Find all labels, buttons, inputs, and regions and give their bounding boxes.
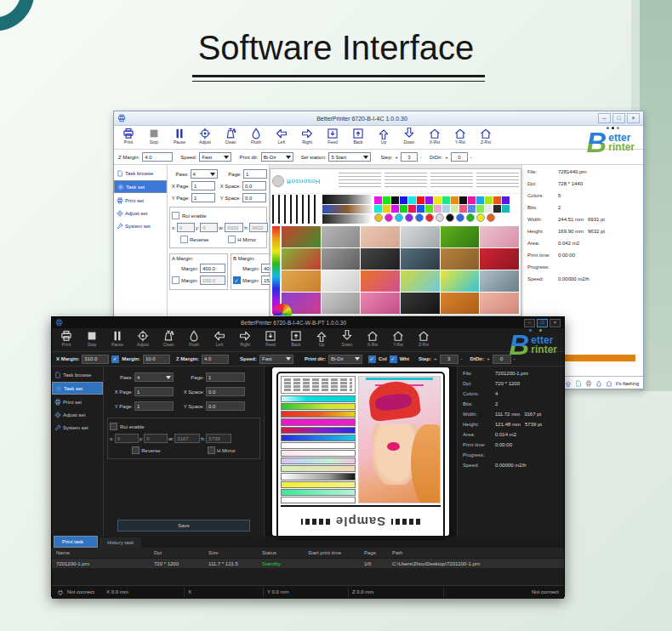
reverse-checkbox[interactable]: [132, 446, 140, 454]
maximize-button[interactable]: □: [612, 113, 625, 123]
toolbar-flush-button[interactable]: Flush: [243, 126, 269, 149]
toolbar-feed-button[interactable]: Feed: [258, 328, 283, 351]
toolbar-stop-button[interactable]: Stop: [141, 126, 167, 149]
print-dir-select[interactable]: Bi-Dir: [261, 152, 293, 162]
y-page-input[interactable]: 1: [191, 193, 215, 202]
a-margin1-input[interactable]: 400.0: [200, 264, 225, 273]
dtdir-input[interactable]: 0: [451, 152, 468, 162]
roi-w-input[interactable]: 3167: [174, 434, 200, 443]
sidebar-item-adjust-set[interactable]: Adjust set: [114, 207, 167, 219]
margin-checkbox[interactable]: [111, 355, 119, 363]
dtdir-plus-button[interactable]: +: [487, 356, 490, 361]
roi-h-input[interactable]: 5739: [206, 434, 231, 443]
toolbar-yrst-button[interactable]: Y-Rst: [385, 328, 411, 351]
minimize-button[interactable]: –: [524, 319, 535, 327]
z-margin-input[interactable]: 4.0: [142, 152, 173, 162]
step-plus-button[interactable]: +: [395, 155, 398, 160]
sidebar-item-task-browse[interactable]: Task browse: [114, 168, 167, 179]
speed-select[interactable]: Fast: [259, 355, 293, 364]
step-minus-button[interactable]: -: [461, 356, 463, 361]
h-mirror-checkbox[interactable]: [208, 446, 215, 454]
y-space-input[interactable]: 0.0: [242, 193, 266, 202]
minimize-button[interactable]: –: [598, 113, 611, 123]
toolbar-left-button[interactable]: Left: [207, 328, 232, 351]
toolbar-clean-button[interactable]: Clean: [218, 126, 243, 149]
a-margin2-checkbox[interactable]: [172, 276, 179, 284]
dtdir-plus-button[interactable]: +: [445, 155, 448, 160]
toolbar-stop-button[interactable]: Stop: [79, 328, 105, 351]
page-input[interactable]: 1: [206, 372, 245, 382]
x-page-input[interactable]: 1: [191, 181, 215, 190]
toolbar-back-button[interactable]: Back: [283, 328, 309, 351]
toolbar-zrst-button[interactable]: Z-Rst: [411, 328, 436, 351]
wht-checkbox[interactable]: [390, 355, 397, 363]
toolbar-left-button[interactable]: Left: [269, 126, 294, 149]
a-margin2-input[interactable]: 150.0: [200, 276, 225, 285]
roi-y-input[interactable]: 0: [200, 223, 218, 232]
toolbar-zrst-button[interactable]: Z-Rst: [473, 126, 498, 149]
step-minus-button[interactable]: -: [420, 155, 422, 160]
toolbar-back-button[interactable]: Back: [345, 126, 371, 149]
page-input[interactable]: 1: [243, 169, 267, 179]
toolbar-pause-button[interactable]: Pause: [105, 328, 130, 351]
close-button[interactable]: ×: [627, 113, 640, 123]
x-page-input[interactable]: 1: [134, 387, 174, 396]
h-mirror-checkbox[interactable]: [228, 236, 236, 243]
maximize-button[interactable]: □: [537, 319, 548, 327]
roi-x-input[interactable]: 0: [177, 223, 195, 232]
x-space-input[interactable]: 0.0: [206, 387, 245, 396]
sidebar-item-system-set[interactable]: System set: [52, 422, 103, 433]
close-button[interactable]: ×: [550, 319, 561, 327]
reverse-checkbox[interactable]: [180, 236, 188, 243]
roi-w-input[interactable]: 6931: [225, 223, 243, 232]
y-page-input[interactable]: 1: [134, 401, 174, 411]
roi-enable-checkbox[interactable]: [110, 423, 117, 430]
sidebar-item-print-set[interactable]: Print set: [114, 195, 167, 206]
sidebar-item-task-browse[interactable]: Task browse: [52, 369, 103, 380]
sel-station-select[interactable]: 5 Start: [328, 152, 371, 162]
tab-history-task[interactable]: History task: [100, 537, 141, 548]
sidebar-item-system-set[interactable]: System set: [114, 220, 167, 231]
col-checkbox[interactable]: [368, 355, 376, 363]
sidebar-item-task-set[interactable]: Task set: [52, 382, 103, 395]
sidebar-item-print-set[interactable]: Print set: [52, 396, 103, 407]
y-space-input[interactable]: 0.0: [206, 401, 245, 411]
toolbar-up-button[interactable]: Up: [309, 328, 334, 351]
roi-x-input[interactable]: 0: [115, 434, 139, 443]
step-input[interactable]: 3: [440, 355, 458, 364]
toolbar-up-button[interactable]: Up: [371, 126, 396, 149]
toolbar-right-button[interactable]: Right: [294, 126, 320, 149]
margin-input[interactable]: 10.0: [143, 355, 170, 364]
toolbar-xrst-button[interactable]: X-Rst: [422, 126, 447, 149]
save-button[interactable]: Save: [117, 520, 250, 532]
sidebar-item-adjust-set[interactable]: Adjust set: [52, 409, 103, 420]
roi-h-input[interactable]: 9632: [249, 223, 268, 232]
toolbar-down-button[interactable]: Down: [334, 328, 360, 351]
toolbar-print-button[interactable]: Print: [116, 126, 141, 149]
b-margin2-checkbox[interactable]: [233, 276, 241, 284]
toolbar-adjust-button[interactable]: Adjust: [130, 328, 156, 351]
toolbar-xrst-button[interactable]: X-Rst: [360, 328, 385, 351]
speed-select[interactable]: Fast: [199, 152, 231, 162]
pass-select[interactable]: 4: [191, 169, 218, 179]
x-margin-input[interactable]: 310.0: [82, 355, 109, 364]
pass-select[interactable]: 4: [134, 372, 174, 382]
toolbar-pause-button[interactable]: Pause: [167, 126, 192, 149]
toolbar-flush-button[interactable]: Flush: [181, 328, 207, 351]
tab-print-task[interactable]: Print task: [54, 536, 98, 548]
sidebar-item-task-set[interactable]: Task set: [114, 180, 167, 193]
z-margin-input[interactable]: 4.0: [202, 355, 229, 364]
toolbar-clean-button[interactable]: Clean: [156, 328, 181, 351]
x-space-input[interactable]: 0.0: [242, 181, 266, 190]
toolbar-down-button[interactable]: Down: [396, 126, 422, 149]
roi-y-input[interactable]: 0: [144, 434, 168, 443]
toolbar-print-button[interactable]: Print: [54, 328, 79, 351]
dtdir-minus-button[interactable]: -: [470, 155, 472, 160]
toolbar-yrst-button[interactable]: Y-Rst: [447, 126, 473, 149]
table-row[interactable]: 7201200-1.prn 720 * 1200 111.7 * 121.5 S…: [52, 559, 564, 568]
dtdir-input[interactable]: 0: [493, 355, 511, 364]
step-plus-button[interactable]: +: [434, 356, 437, 361]
toolbar-right-button[interactable]: Right: [232, 328, 258, 351]
step-input[interactable]: 3: [401, 152, 418, 162]
toolbar-adjust-button[interactable]: Adjust: [192, 126, 218, 149]
